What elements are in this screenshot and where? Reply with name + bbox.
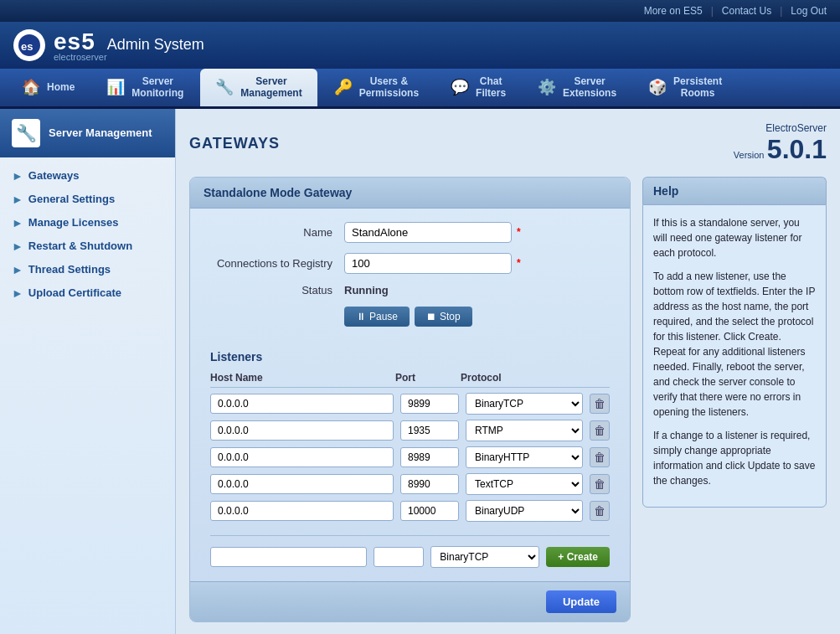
home-icon: 🏠 — [22, 78, 40, 96]
sidebar-item-restart-shutdown[interactable]: ► Restart & Shutdown — [0, 235, 175, 258]
listener-host-2[interactable] — [210, 420, 394, 441]
listener-proto-select-3[interactable]: BinaryTCPRTMPBinaryHTTPTextTCPBinaryUDP — [466, 446, 583, 468]
status-label: Status — [210, 284, 344, 296]
listeners-section: Listeners Host Name Port Protocol — [190, 350, 630, 581]
nav-tabs: 🏠 Home 📊 ServerMonitoring 🔧 ServerManage… — [0, 69, 840, 109]
button-row: ⏸ Pause ⏹ Stop — [210, 307, 610, 327]
sidebar-item-general-settings[interactable]: ► General Settings — [0, 188, 175, 211]
delete-listener-5[interactable]: 🗑 — [590, 501, 610, 521]
tab-chat-filters[interactable]: 💬 ChatFilters — [435, 69, 521, 106]
listener-proto-select-1[interactable]: BinaryTCPRTMPBinaryHTTPTextTCPBinaryUDP — [466, 393, 583, 415]
connections-row: Connections to Registry * — [210, 253, 610, 274]
stop-button[interactable]: ⏹ Stop — [415, 307, 472, 327]
log-out-link[interactable]: Log Out — [791, 5, 827, 17]
listener-port-4[interactable] — [400, 474, 459, 494]
add-proto-select[interactable]: BinaryTCPRTMPBinaryHTTPTextTCPBinaryUDP — [430, 546, 539, 568]
connections-input[interactable] — [344, 253, 512, 274]
gateway-form: Name * Connections to Registry * Status … — [190, 209, 630, 350]
monitoring-icon: 📊 — [106, 78, 125, 96]
create-button[interactable]: + Create — [546, 547, 610, 567]
gateway-panel: Standalone Mode Gateway Name * Connectio… — [189, 177, 631, 622]
listener-host-1[interactable] — [210, 394, 394, 414]
more-on-es5-link[interactable]: More on ES5 — [644, 5, 703, 17]
sidebar-header: 🔧 Server Management — [0, 109, 175, 157]
logo-text: es5 Admin System electroserver — [54, 28, 204, 62]
sidebar-item-label: Restart & Shutdown — [28, 240, 132, 252]
add-listener-row: BinaryTCPRTMPBinaryHTTPTextTCPBinaryUDP … — [210, 535, 610, 568]
tab-users-label: Users &Permissions — [359, 75, 419, 100]
gateway-panel-title: Standalone Mode Gateway — [190, 178, 630, 209]
chat-icon: 💬 — [451, 78, 469, 96]
main-container: 🔧 Server Management ► Gateways ► General… — [0, 109, 840, 634]
arrow-icon: ► — [12, 216, 23, 229]
wrench-icon: 🔧 — [215, 78, 234, 96]
listener-host-4[interactable] — [210, 474, 394, 494]
name-input[interactable] — [344, 222, 512, 243]
tab-chat-label: ChatFilters — [476, 75, 506, 100]
help-panel: Help If this is a standalone server, you… — [642, 177, 827, 622]
tab-home[interactable]: 🏠 Home — [7, 69, 90, 106]
tab-rooms-label: PersistentRooms — [673, 75, 722, 100]
logo-bar: es es5 Admin System electroserver — [0, 22, 840, 69]
listener-proto-4: BinaryTCPRTMPBinaryHTTPTextTCPBinaryUDP — [466, 473, 583, 495]
tab-extensions-label: ServerExtensions — [563, 75, 616, 100]
tab-server-monitoring[interactable]: 📊 ServerMonitoring — [91, 69, 198, 106]
listener-proto-5: BinaryTCPRTMPBinaryHTTPTextTCPBinaryUDP — [466, 500, 583, 522]
tab-server-management[interactable]: 🔧 ServerManagement — [200, 69, 317, 106]
sidebar-item-gateways[interactable]: ► Gateways — [0, 164, 175, 188]
sidebar-item-thread-settings[interactable]: ► Thread Settings — [0, 258, 175, 281]
gear-icon: ⚙️ — [538, 78, 556, 96]
listener-proto-select-5[interactable]: BinaryTCPRTMPBinaryHTTPTextTCPBinaryUDP — [466, 500, 583, 522]
listener-proto-select-4[interactable]: BinaryTCPRTMPBinaryHTTPTextTCPBinaryUDP — [466, 473, 583, 495]
listener-port-2[interactable] — [400, 420, 459, 441]
tab-home-label: Home — [47, 81, 75, 93]
status-row: Status Running — [210, 284, 610, 296]
delete-listener-2[interactable]: 🗑 — [590, 420, 610, 441]
gateway-main: Standalone Mode Gateway Name * Connectio… — [189, 177, 631, 622]
tab-server-extensions[interactable]: ⚙️ ServerExtensions — [523, 69, 631, 106]
col-host-label: Host Name — [210, 372, 389, 384]
listeners-title: Listeners — [210, 350, 610, 363]
listener-port-5[interactable] — [400, 501, 459, 521]
name-required: * — [517, 226, 521, 238]
connections-label: Connections to Registry — [210, 257, 344, 270]
delete-listener-3[interactable]: 🗑 — [590, 447, 610, 467]
contact-us-link[interactable]: Contact Us — [722, 5, 771, 17]
name-label: Name — [210, 226, 344, 239]
listener-port-3[interactable] — [400, 447, 459, 467]
content-header: GATEWAYS ElectroServer Version 5.0.1 — [189, 122, 827, 165]
tab-users-permissions[interactable]: 🔑 Users &Permissions — [319, 69, 434, 106]
listener-row: BinaryTCPRTMPBinaryHTTPTextTCPBinaryUDP … — [210, 473, 610, 495]
help-content: If this is a standalone server, you will… — [642, 204, 827, 508]
update-button[interactable]: Update — [546, 590, 616, 613]
logo-icon: es — [13, 29, 45, 61]
pause-icon: ⏸ — [356, 311, 366, 322]
tab-persistent-rooms[interactable]: 🎲 PersistentRooms — [633, 69, 737, 106]
listener-row: BinaryTCPRTMPBinaryHTTPTextTCPBinaryUDP … — [210, 500, 610, 522]
tab-monitoring-label: ServerMonitoring — [131, 75, 183, 100]
page-title: GATEWAYS — [189, 135, 280, 152]
listener-port-1[interactable] — [400, 394, 459, 414]
listener-row: BinaryTCPRTMPBinaryHTTPTextTCPBinaryUDP … — [210, 446, 610, 468]
listener-proto-3: BinaryTCPRTMPBinaryHTTPTextTCPBinaryUDP — [466, 446, 583, 468]
listener-host-5[interactable] — [210, 501, 394, 521]
listeners-header: Host Name Port Protocol — [210, 372, 610, 388]
listener-row: BinaryTCPRTMPBinaryHTTPTextTCPBinaryUDP … — [210, 393, 610, 415]
col-protocol-label: Protocol — [461, 372, 578, 384]
sidebar-item-manage-licenses[interactable]: ► Manage Licenses — [0, 211, 175, 235]
delete-listener-1[interactable]: 🗑 — [590, 394, 610, 414]
delete-listener-4[interactable]: 🗑 — [590, 474, 610, 494]
sidebar-item-label: Gateways — [28, 169, 80, 182]
listener-host-3[interactable] — [210, 447, 394, 467]
help-para-1: If this is a standalone server, you will… — [653, 215, 816, 260]
version-number: 5.0.1 — [767, 134, 827, 164]
listener-proto-select-2[interactable]: BinaryTCPRTMPBinaryHTTPTextTCPBinaryUDP — [466, 420, 583, 441]
add-host-input[interactable] — [210, 547, 367, 567]
rooms-icon: 🎲 — [648, 78, 667, 96]
arrow-icon: ► — [12, 193, 23, 206]
sidebar: 🔧 Server Management ► Gateways ► General… — [0, 109, 176, 634]
sidebar-item-upload-certificate[interactable]: ► Upload Certificate — [0, 281, 175, 305]
listener-proto-1: BinaryTCPRTMPBinaryHTTPTextTCPBinaryUDP — [466, 393, 583, 415]
pause-button[interactable]: ⏸ Pause — [344, 307, 410, 327]
add-port-input[interactable] — [374, 547, 424, 567]
